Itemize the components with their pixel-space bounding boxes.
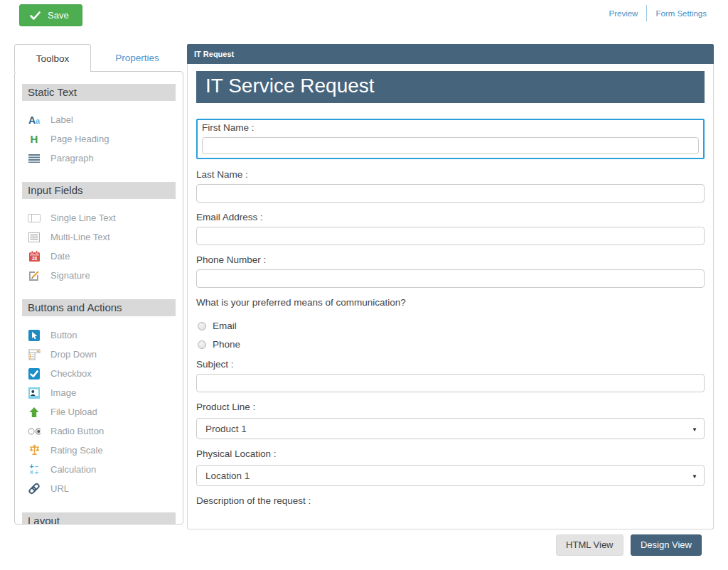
selected-option-label: Location 1 [205,470,250,481]
toolbox-item-label: Paragraph [50,153,94,163]
text-input[interactable] [196,269,705,288]
dropdown-arrow-icon: ▼ [692,473,697,480]
save-button-label: Save [48,10,69,21]
form-field-email-address[interactable]: Email Address : [196,212,705,245]
form-field-physical-location[interactable]: Physical Location :Location 1▼ [196,448,705,486]
toolbox-item-radio-button[interactable]: Radio Button [15,421,183,441]
toolbox-item-date[interactable]: 28Date [15,247,183,266]
preview-link[interactable]: Preview [601,6,647,21]
toolbox-item-single-line-text[interactable]: Single Line Text [15,208,183,227]
field-label: Email Address : [196,212,705,222]
field-label: Subject : [196,359,705,370]
checkmark-icon [30,11,41,20]
signature-icon [28,269,41,281]
paragraph-icon [28,152,41,164]
form-field-phone-number[interactable]: Phone Number : [196,254,705,288]
field-label: Phone Number : [196,254,705,265]
tab-properties[interactable]: Properties [91,44,183,72]
toolbox-item-file-upload[interactable]: File Upload [15,402,183,421]
toolbox-item-url[interactable]: URL [15,479,183,498]
toolbox-item-label: URL [50,483,69,494]
toolbox-item-label: Label [50,114,73,125]
radio-option-phone[interactable]: Phone [198,339,705,350]
html-view-button[interactable]: HTML View [556,534,623,556]
toolbox-item-label: Drop Down [50,349,97,360]
toolbox-item-label: File Upload [50,407,97,417]
radio-button-icon[interactable] [198,340,206,349]
toolbox-item-signature[interactable]: Signature [15,266,183,285]
rating-scale-icon [28,444,41,456]
dropdown-select[interactable]: Product 1▼ [196,418,705,439]
radio-button-icon [28,425,41,437]
toolbox-item-drop-down[interactable]: Drop Down [15,345,183,364]
toolbox-section-title: Static Text [22,84,176,101]
toolbox-item-label: Page Heading [50,134,109,144]
design-view-button[interactable]: Design View [631,534,702,556]
image-icon [28,387,41,399]
form-field-what-is-your-preferred-means-of-communication[interactable]: What is your preferred means of communic… [196,297,705,350]
toolbox-item-checkbox[interactable]: Checkbox [15,364,183,383]
save-button[interactable]: Save [19,4,82,26]
toolbox-item-label: Single Line Text [50,213,116,223]
field-label: First Name : [202,122,699,133]
button-icon [28,329,41,341]
top-links: Preview Form Settings [601,5,715,21]
page-heading-icon: H [28,133,41,145]
tab-toolbox[interactable]: Toolbox [14,44,91,72]
text-input[interactable] [196,374,705,392]
toolbox-item-paragraph[interactable]: Paragraph [15,149,183,168]
toolbox-item-label[interactable]: AaLabel [15,110,183,129]
date-icon: 28 [28,250,41,262]
toolbox-item-label: Multi-Line Text [50,232,110,242]
dropdown-select[interactable]: Location 1▼ [196,465,705,486]
text-input[interactable] [202,137,699,154]
form-field-subject[interactable]: Subject : [196,359,705,392]
form-field-product-line[interactable]: Product Line :Product 1▼ [196,402,705,439]
url-icon [28,483,41,495]
field-label: Physical Location : [196,448,705,459]
radio-option-label: Email [213,321,237,331]
file-upload-icon [28,406,41,418]
toolbox-item-label: Button [50,330,77,340]
field-label: What is your preferred means of communic… [196,297,705,308]
calculation-icon: +−×÷ [28,463,41,475]
toolbox-section-title: Buttons and Actions [22,299,176,316]
form-canvas: IT Service Request First Name :Last Name… [187,64,714,529]
toolbox-section-title: Layout [22,512,176,525]
text-input[interactable] [196,184,705,203]
form-settings-link[interactable]: Form Settings [647,6,715,21]
toolbox-item-label: Date [50,251,70,262]
text-input[interactable] [196,227,705,245]
toolbox-item-image[interactable]: Image [15,383,183,402]
toolbox-item-label: Calculation [50,464,96,475]
radio-option-email[interactable]: Email [198,321,705,331]
checkbox-icon [28,367,41,380]
sidebar-tabs: Toolbox Properties [14,44,183,72]
toolbox-item-multi-line-text[interactable]: Multi-Line Text [15,227,183,247]
toolbox-item-button[interactable]: Button [15,326,183,345]
form-field-description-of-the-request[interactable]: Description of the request : [196,495,705,506]
toolbox-item-calculation[interactable]: +−×÷Calculation [15,460,183,479]
form-field-last-name[interactable]: Last Name : [196,169,705,203]
toolbox-item-page-heading[interactable]: HPage Heading [15,129,183,149]
single-line-text-icon [28,212,41,224]
field-label: Description of the request : [196,495,705,506]
toolbox-item-label: Image [50,387,76,398]
form-heading-banner[interactable]: IT Service Request [196,71,705,103]
toolbox-item-label: Signature [50,270,90,281]
toolbox-item-label: Checkbox [50,368,92,379]
toolbox-item-rating-scale[interactable]: Rating Scale [15,441,183,460]
dropdown-arrow-icon: ▼ [692,426,697,433]
toolbox-panel: Static TextAaLabelHPage HeadingParagraph… [14,71,183,525]
form-fields: First Name :Last Name :Email Address :Ph… [196,119,705,506]
form-field-first-name[interactable]: First Name : [196,119,705,159]
radio-button-icon[interactable] [198,322,206,330]
multi-line-text-icon [28,231,41,243]
label-icon: Aa [28,114,41,126]
dropdown-icon [28,348,41,360]
field-label: Last Name : [196,169,705,180]
view-switcher: HTML View Design View [187,534,714,556]
field-label: Product Line : [196,402,705,412]
form-window-title: IT Request [194,50,234,58]
toolbox-section-title: Input Fields [22,182,176,199]
